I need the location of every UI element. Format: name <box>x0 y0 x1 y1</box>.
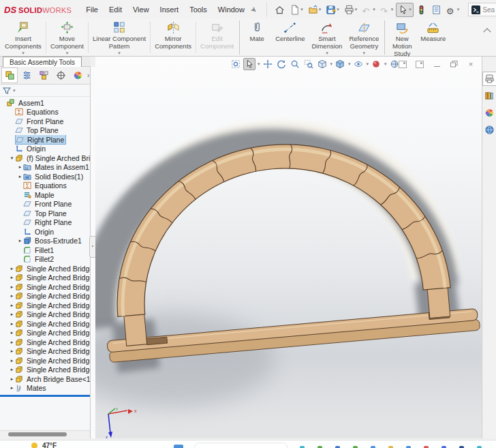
tree-item[interactable]: ΣEquations <box>0 181 90 191</box>
display-style-icon[interactable] <box>334 58 346 70</box>
restore-button[interactable] <box>448 59 459 70</box>
file-properties-icon[interactable] <box>429 3 444 17</box>
redo-dropdown-icon[interactable]: ▾ <box>391 7 394 12</box>
rebuild-icon[interactable] <box>414 3 429 17</box>
tree-expand-icon[interactable]: ▸ <box>17 164 23 170</box>
tree-item[interactable]: Fillet2 <box>0 255 90 265</box>
tab-basic-assembly-tools[interactable]: Basic Assembly Tools <box>3 57 82 67</box>
tree-expand-icon[interactable]: ▸ <box>9 275 15 280</box>
tree-expand-icon[interactable]: ▸ <box>9 330 15 335</box>
insert-components-dropdown-icon[interactable]: ▾ <box>22 50 25 56</box>
mirror-components-button[interactable]: MirrorComponents <box>151 19 195 56</box>
tree-expand-icon[interactable]: ▸ <box>9 385 15 391</box>
tree-item-body[interactable]: Fillet2 <box>23 255 55 264</box>
select-icon[interactable] <box>243 58 255 70</box>
tree-horizontal-scrollbar[interactable] <box>0 430 90 438</box>
tree-expand-icon[interactable]: ▸ <box>9 303 15 308</box>
tree-item[interactable]: Maple <box>0 190 90 200</box>
tree-item[interactable]: ▸Single Arched Bridge Piece <box>0 347 90 357</box>
tree-item-body[interactable]: Single Arched Bridge Piece <box>15 273 90 282</box>
tree-item[interactable]: ▸Single Arched Bridge Piece <box>0 282 90 292</box>
tree-expand-icon[interactable]: ▾ <box>9 155 15 161</box>
tree-item[interactable]: ▸Arch Bridge Base<1> <box>0 374 90 384</box>
insert-components-button[interactable]: InsertComponents▾ <box>1 19 45 56</box>
dimxpertmanager-tab[interactable] <box>52 68 69 83</box>
new-motion-study-button[interactable]: NewMotionStudy <box>387 19 417 56</box>
tree-item[interactable]: ▸Single Arched Bridge Piece <box>0 292 90 301</box>
menu-view[interactable]: View <box>128 3 154 16</box>
ribbon-collapse-chevron[interactable] <box>484 27 491 33</box>
view-orientation-icon[interactable] <box>316 58 328 70</box>
appearances-scenes-icon[interactable] <box>482 106 496 120</box>
tree-item[interactable]: Fillet1 <box>0 245 90 255</box>
tree-item-body[interactable]: Top Plane <box>15 126 60 135</box>
filter-dropdown-icon[interactable]: ▾ <box>13 88 16 93</box>
tree-expand-icon[interactable]: ▸ <box>9 367 15 372</box>
menu-file[interactable]: File <box>81 3 103 16</box>
graphics-viewport[interactable]: ▾▾▾▾▾▾ × <box>95 57 482 438</box>
options-icon[interactable]: ⚙▾ <box>444 3 462 17</box>
arch-right-leg[interactable] <box>427 285 450 318</box>
tree-item-body[interactable]: Single Arched Bridge Piece <box>15 365 90 374</box>
menu-tools[interactable]: Tools <box>185 3 212 16</box>
tree-expand-icon[interactable]: ▸ <box>9 358 15 363</box>
tree-item[interactable]: Right Plane <box>0 218 90 228</box>
select-cursor-icon[interactable]: ▾ <box>396 3 414 17</box>
tree-item[interactable]: ▸Single Arched Bridge Piece <box>0 338 90 347</box>
tree-item[interactable]: Right Plane <box>0 135 90 145</box>
propertymanager-tab[interactable] <box>18 68 35 83</box>
tree-item-body[interactable]: Single Arched Bridge Piece <box>15 282 90 291</box>
tree-item-body[interactable]: Right Plane <box>23 218 73 227</box>
undo-icon[interactable]: ↶▾ <box>360 3 377 17</box>
tree-item[interactable]: ▾(f) Single Arched Bridge Pie <box>0 153 90 163</box>
bridge-assembly-model[interactable] <box>95 57 482 438</box>
tree-expand-icon[interactable]: ▸ <box>9 376 15 382</box>
tree-item[interactable]: ▸Solid Bodies(1) <box>0 172 90 181</box>
reference-geometry-button[interactable]: ReferenceGeometry▾ <box>345 19 382 56</box>
tree-item-body[interactable]: Single Arched Bridge Piece <box>15 338 90 346</box>
tree-item-body[interactable]: Origin <box>23 227 55 236</box>
tree-item[interactable]: ▸Single Arched Bridge Piece <box>0 310 90 320</box>
linear-component-pattern-button[interactable]: Linear ComponentPattern▾ <box>89 19 149 56</box>
tree-item[interactable]: Front Plane <box>0 200 90 209</box>
select-cursor-dropdown-icon[interactable]: ▾ <box>409 7 412 12</box>
tree-item[interactable]: Front Plane <box>0 117 90 126</box>
tree-item-body[interactable]: Mates <box>15 384 48 393</box>
tree-item[interactable]: ▸Single Arched Bridge Piece <box>0 273 90 283</box>
tree-item[interactable]: ▸Single Arched Bridge Piece <box>0 365 90 375</box>
taskbar-app-icon[interactable] <box>174 445 183 448</box>
menu-insert[interactable]: Insert <box>155 3 184 16</box>
arch-ring[interactable] <box>104 131 450 317</box>
tree-expand-icon[interactable]: ▸ <box>9 340 15 345</box>
tree-item-body[interactable]: Boss-Extrude1 <box>23 237 83 245</box>
save-dropdown-icon[interactable]: ▾ <box>337 7 339 12</box>
tree-item-body[interactable]: Single Arched Bridge Piece <box>15 356 90 365</box>
view-orientation-dropdown-icon[interactable]: ▾ <box>330 61 333 67</box>
tree-expand-icon[interactable]: ▸ <box>9 293 15 299</box>
scrollbar-thumb[interactable] <box>8 432 67 436</box>
pan-icon[interactable] <box>262 58 274 70</box>
tree-item-body[interactable]: Single Arched Bridge Piece <box>15 292 90 301</box>
panel-tabs-overflow-icon[interactable]: › <box>87 72 89 79</box>
move-component-button[interactable]: MoveComponent▾ <box>47 19 87 56</box>
new-file-dropdown-icon[interactable]: ▾ <box>300 7 303 12</box>
configurationmanager-tab[interactable] <box>35 68 52 83</box>
tree-item-body[interactable]: Solid Bodies(1) <box>23 172 84 181</box>
tree-item-body[interactable]: Single Arched Bridge Piece <box>15 319 90 328</box>
tree-item-body[interactable]: Origin <box>15 145 47 153</box>
tree-item[interactable]: ΣEquations <box>0 108 90 117</box>
reference-geometry-dropdown-icon[interactable]: ▾ <box>363 50 366 56</box>
tree-item[interactable]: ▸Boss-Extrude1 <box>0 237 90 246</box>
tree-item-body[interactable]: Fillet1 <box>23 245 55 254</box>
windows-taskbar[interactable]: 47°F <box>0 440 496 448</box>
print-dropdown-icon[interactable]: ▾ <box>355 7 358 12</box>
tree-item[interactable]: ▸Single Arched Bridge Piece <box>0 264 90 273</box>
tree-item-body[interactable]: Assem1 <box>7 98 46 107</box>
zoom-area-icon[interactable] <box>303 58 315 70</box>
hide-items-dropdown-icon[interactable]: ▾ <box>367 61 369 67</box>
tree-expand-icon[interactable]: ▸ <box>9 266 15 271</box>
open-icon[interactable]: ▾ <box>306 3 324 17</box>
tree-item-body[interactable]: Front Plane <box>15 117 65 125</box>
arch-left-leg[interactable] <box>124 312 147 346</box>
new-window-button[interactable] <box>397 59 408 70</box>
